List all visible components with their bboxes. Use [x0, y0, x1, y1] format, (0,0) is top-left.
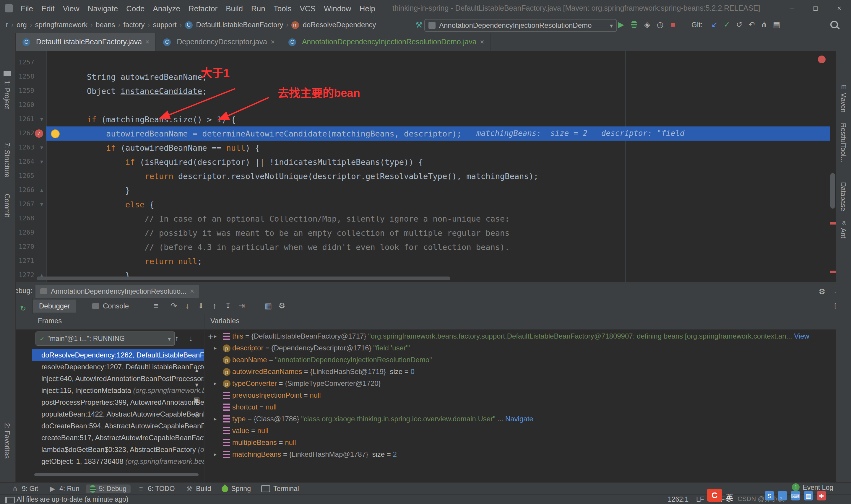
step-over-icon[interactable]: ↷	[168, 300, 179, 311]
menu-item-refactor[interactable]: Refactor	[184, 4, 222, 13]
toolwindows-icon[interactable]: ▤	[771, 19, 782, 30]
breadcrumb-item[interactable]: factory	[122, 21, 146, 29]
stripe-button----project[interactable]: 1: Project	[3, 80, 11, 109]
run-icon[interactable]: ▶	[616, 19, 627, 30]
line-number[interactable]: 1266	[17, 183, 34, 197]
menu-item-view[interactable]: View	[59, 4, 84, 13]
copy-stack-icon[interactable]: ▣	[192, 394, 202, 405]
stack-frame-row[interactable]: resolveDependency:1207, DefaultListableB…	[32, 361, 204, 373]
prev-frame-icon[interactable]: ↑	[171, 332, 182, 343]
editor-tab[interactable]: CDefaultListableBeanFactory.java×	[15, 33, 156, 51]
line-separator[interactable]: LF	[696, 496, 704, 503]
file-encoding[interactable]: UTF-8	[711, 496, 731, 503]
scroll-bottom-icon[interactable]: ▾	[192, 379, 202, 390]
stack-frame-row[interactable]: createBean:517, AbstractAutowireCapableB…	[32, 432, 204, 444]
step-into-icon[interactable]: ↓	[182, 300, 193, 311]
fold-marker-icon[interactable]: ▾	[40, 141, 46, 155]
line-number[interactable]: 1269	[17, 226, 34, 240]
code-editor[interactable]: 12571258 String autowiredBeanName;1259 O…	[15, 51, 836, 282]
breadcrumb-item[interactable]: support	[152, 21, 178, 29]
scroll-top-icon[interactable]: ▴	[192, 364, 202, 375]
run-to-cursor-icon[interactable]: ⇥	[236, 300, 247, 311]
breadcrumb-item[interactable]: springframework	[34, 21, 89, 29]
toolwindow-todo[interactable]: ≡6: TODO	[133, 484, 179, 493]
line-number[interactable]: 1268	[17, 212, 34, 226]
event-log-widget[interactable]: 1 Event Log	[792, 483, 833, 491]
variable-row[interactable]: value = null	[204, 425, 836, 437]
next-frame-icon[interactable]: ↓	[185, 332, 196, 343]
debug-icon[interactable]	[629, 19, 639, 30]
variable-row[interactable]: multipleBeans = null	[204, 437, 836, 448]
line-number[interactable]: 1267	[17, 197, 34, 212]
breakpoint-icon[interactable]: ✓	[35, 129, 43, 138]
stack-frame-row[interactable]: lambda$doGetBean$0:323, AbstractBeanFact…	[32, 444, 204, 455]
line-number[interactable]: 1257	[17, 56, 34, 70]
stack-frame-row[interactable]: populateBean:1422, AbstractAutowireCapab…	[32, 408, 204, 420]
fold-marker-icon[interactable]: ▾	[40, 155, 46, 169]
git-commit-icon[interactable]: ✓	[722, 19, 732, 30]
stripe-button-maven[interactable]: Maven	[840, 92, 847, 112]
variable-row[interactable]: shortcut = null	[204, 401, 836, 413]
line-number[interactable]: 1271	[17, 254, 34, 268]
search-everywhere-icon[interactable]	[830, 20, 838, 31]
expand-chevron-icon[interactable]: ▸	[214, 413, 217, 425]
git-update-icon[interactable]: ↙	[709, 19, 720, 30]
variable-row[interactable]: pbeanName = "annotationDependencyInjecti…	[204, 354, 836, 366]
menu-item-vcs[interactable]: VCS	[295, 4, 320, 13]
stack-frame-row[interactable]: doCreateBean:594, AbstractAutowireCapabl…	[32, 420, 204, 432]
variable-row[interactable]: ▸matchingBeans = {LinkedHashMap@1787} si…	[204, 448, 836, 460]
stack-frame-row[interactable]: getObject:-1, 1837736408 (org.springfram…	[32, 455, 204, 467]
expand-chevron-icon[interactable]: ▸	[214, 378, 217, 389]
close-icon[interactable]: ×	[271, 38, 275, 46]
fold-marker-icon[interactable]: ▴	[40, 183, 46, 197]
menu-item-edit[interactable]: Edit	[37, 4, 59, 13]
menu-item-window[interactable]: Window	[320, 4, 356, 13]
settings-gear-icon[interactable]: ⚙	[817, 286, 827, 296]
toolwindow-build[interactable]: ⚒Build	[181, 484, 215, 493]
error-stripe-mark[interactable]	[830, 271, 836, 273]
close-button[interactable]: ×	[827, 0, 851, 17]
frames-horizontal-scrollbar[interactable]	[34, 473, 199, 476]
stripe-button-commit[interactable]: Commit	[3, 194, 11, 217]
variable-row[interactable]: previousInjectionPoint = null	[204, 389, 836, 401]
variable-row[interactable]: ▸this = {DefaultListableBeanFactory@1717…	[204, 330, 836, 342]
editor-tab[interactable]: CDependencyDescriptor.java×	[156, 33, 281, 51]
variable-row[interactable]: ▸type = {Class@1786} "class org.xiaoge.t…	[204, 413, 836, 425]
toolwindow-git[interactable]: ⋔9: Git	[7, 484, 42, 493]
minimize-button[interactable]: –	[780, 0, 804, 17]
drop-frame-icon[interactable]: ↧	[223, 300, 233, 311]
force-step-into-icon[interactable]: ⇓	[196, 300, 206, 311]
menu-item-help[interactable]: Help	[355, 4, 379, 13]
line-number[interactable]: 1260	[17, 98, 34, 112]
stripe-button-restfultool---[interactable]: RestfulTool...	[840, 123, 847, 162]
expand-chevron-icon[interactable]: ▸	[214, 342, 217, 354]
editor-vertical-scrollbar[interactable]	[830, 173, 835, 209]
stack-frame-row[interactable]: postProcessProperties:399, AutowiredAnno…	[32, 396, 204, 408]
stack-frame-row[interactable]: inject:640, AutowiredAnnotationBeanPostP…	[32, 373, 204, 385]
line-number[interactable]: 1270	[17, 240, 34, 254]
line-number[interactable]: 1272	[17, 268, 34, 282]
thread-selector[interactable]: ✓ "main"@1 i...": RUNNING ▾	[35, 331, 175, 346]
breadcrumb-item[interactable]: beans	[94, 21, 116, 29]
options-menu-icon[interactable]: ≡	[151, 300, 161, 311]
stripe-button----favorites[interactable]: 2: Favorites	[3, 423, 11, 458]
rerun-icon[interactable]: ↻	[18, 303, 29, 314]
breadcrumb-item[interactable]: org	[15, 21, 28, 29]
line-number[interactable]: 1264	[17, 155, 34, 169]
tab-debugger[interactable]: Debugger	[33, 300, 76, 312]
coverage-icon[interactable]: ◈	[642, 19, 652, 30]
error-stripe-mark[interactable]	[830, 222, 836, 224]
focus-frame-icon[interactable]: ◎	[192, 409, 202, 419]
toolwindow-run[interactable]: ▶4: Run	[44, 484, 84, 493]
toolwindow-debug[interactable]: 5: Debug	[86, 484, 131, 493]
line-number[interactable]: 1261	[17, 112, 34, 126]
fold-marker-icon[interactable]: ▾	[40, 112, 46, 126]
menu-item-analyze[interactable]: Analyze	[149, 4, 184, 13]
variable-row[interactable]: ▸pdescriptor = {DependencyDescriptor@171…	[204, 342, 836, 354]
variable-row[interactable]: ▸ptypeConverter = {SimpleTypeConverter@1…	[204, 378, 836, 389]
line-number[interactable]: 1259	[17, 84, 34, 98]
run-configuration-selector[interactable]: AnnotationDependencyInjectionResolutionD…	[424, 19, 617, 32]
evaluate-expression-icon[interactable]: ▦	[263, 300, 274, 311]
maximize-button[interactable]: □	[804, 0, 827, 17]
tab-console[interactable]: Console	[89, 300, 132, 312]
